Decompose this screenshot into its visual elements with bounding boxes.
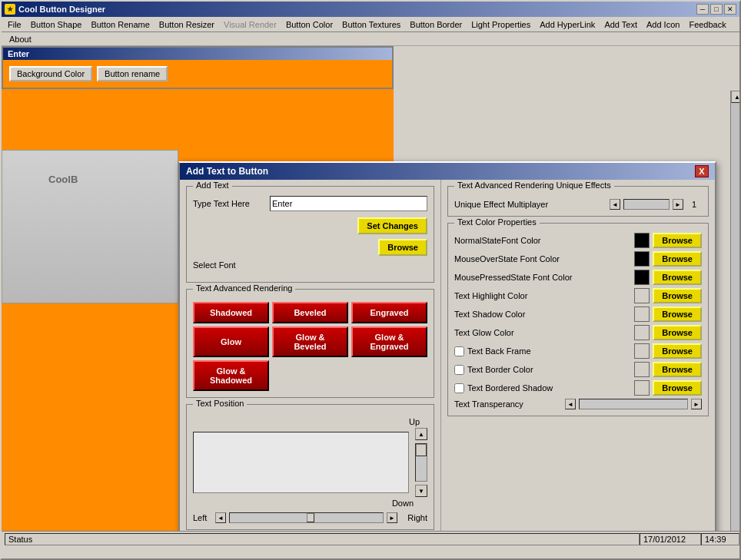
- status-main-section: Status: [5, 533, 640, 545]
- text-bordered-shadow-swatch: [634, 380, 650, 396]
- multiplier-value: 1: [686, 200, 702, 209]
- transparency-track: [579, 399, 688, 409]
- menu-visual-render[interactable]: Visual Render: [219, 18, 281, 31]
- left-label: Left: [193, 513, 212, 522]
- transparency-right-arrow[interactable]: ►: [691, 399, 702, 409]
- modal-title-text: Add Text to Button: [186, 166, 268, 177]
- unique-effects-group: Text Advanced Rendering Unique Effects U…: [447, 186, 709, 217]
- select-font-label: Select Font: [193, 260, 236, 270]
- color-properties-title: Text Color Properties: [454, 217, 540, 227]
- mousepressed-font-color-browse[interactable]: Browse: [653, 270, 702, 285]
- menu-feedback[interactable]: Feedback: [684, 18, 730, 31]
- slider-left-arrow[interactable]: ◄: [215, 512, 226, 523]
- menu-file[interactable]: File: [3, 18, 26, 31]
- modal-title-bar: Add Text to Button X: [180, 163, 715, 180]
- text-bordered-shadow-row: Text Bordered Shadow Browse: [454, 380, 702, 396]
- menu-bar: File Button Shape Button Rename Button R…: [2, 17, 739, 32]
- text-position-area: [193, 432, 409, 493]
- about-item[interactable]: About: [5, 33, 36, 45]
- render-glow-beveled-button[interactable]: Glow &Beveled: [272, 326, 348, 357]
- type-text-row: Type Text Here: [193, 196, 427, 211]
- text-border-color-label: Text Border Color: [467, 365, 631, 374]
- coolb-text: CoolB: [48, 174, 78, 185]
- text-back-frame-row: Text Back Frame Browse: [454, 343, 702, 359]
- menu-add-icon[interactable]: Add Icon: [642, 18, 684, 31]
- app-title: Cool Button Designer: [18, 5, 105, 14]
- up-label: Up: [409, 417, 420, 426]
- menu-button-shape[interactable]: Button Shape: [26, 18, 87, 31]
- mouseover-font-color-browse[interactable]: Browse: [653, 251, 702, 267]
- render-glow-button[interactable]: Glow: [193, 326, 269, 357]
- multiplier-track: [623, 199, 670, 210]
- status-date-section: 17/01/2012: [640, 533, 701, 545]
- menu-button-resizer[interactable]: Button Resizer: [155, 18, 219, 31]
- enter-panel-content: Background Color Button rename: [3, 60, 392, 88]
- text-glow-color-browse[interactable]: Browse: [653, 325, 702, 340]
- mousepressed-font-color-row: MousePressedState Font Color Browse: [454, 270, 702, 285]
- text-glow-color-row: Text Glow Color Browse: [454, 325, 702, 340]
- modal-close-button[interactable]: X: [695, 165, 709, 177]
- color-properties-group: Text Color Properties NormalStateFont Co…: [447, 223, 709, 416]
- set-changes-button[interactable]: Set Changes: [357, 217, 427, 234]
- scroll-down-button[interactable]: ▼: [415, 485, 427, 497]
- text-position-group: Text Position Up ▲ ▼: [186, 404, 434, 530]
- enter-panel: Enter Background Color Button rename: [2, 46, 394, 89]
- scrollbar-up-button[interactable]: ▲: [731, 91, 741, 103]
- normal-font-color-browse[interactable]: Browse: [653, 233, 702, 248]
- scrollbar-track: [731, 103, 741, 546]
- text-shadow-color-browse[interactable]: Browse: [653, 307, 702, 322]
- type-text-input[interactable]: [270, 196, 427, 211]
- text-back-frame-swatch: [634, 343, 650, 359]
- down-label: Down: [392, 499, 414, 508]
- render-engraved-button[interactable]: Engraved: [351, 302, 427, 323]
- text-highlight-color-browse[interactable]: Browse: [653, 288, 702, 303]
- menu-add-hyperlink[interactable]: Add HyperLink: [535, 18, 600, 31]
- menu-add-text[interactable]: Add Text: [600, 18, 642, 31]
- close-button[interactable]: ✕: [724, 4, 736, 15]
- menu-light-properties[interactable]: Light Properties: [467, 18, 535, 31]
- multiplier-row: Unique Effect Multiplayer ◄ ► 1: [454, 199, 702, 210]
- modal-right-panel: Text Advanced Rendering Unique Effects U…: [441, 180, 715, 536]
- menu-button-border[interactable]: Button Border: [405, 18, 467, 31]
- text-back-frame-browse[interactable]: Browse: [653, 343, 702, 359]
- set-changes-row: Set Changes: [193, 217, 427, 234]
- scroll-up-button[interactable]: ▲: [415, 428, 427, 440]
- text-back-frame-checkbox[interactable]: [454, 346, 464, 356]
- right-scrollbar: ▲ ▼: [730, 91, 741, 546]
- browse-font-button[interactable]: Browse: [378, 239, 427, 256]
- text-bordered-shadow-browse[interactable]: Browse: [653, 380, 702, 396]
- menu-button-rename[interactable]: Button Rename: [86, 18, 154, 31]
- text-shadow-color-swatch: [634, 307, 650, 322]
- render-beveled-button[interactable]: Beveled: [272, 302, 348, 323]
- background-color-button[interactable]: Background Color: [9, 66, 92, 81]
- maximize-button[interactable]: □: [710, 4, 723, 15]
- status-text: Status: [8, 535, 32, 544]
- modal-body: Add Text Type Text Here Set Changes Brow…: [180, 180, 715, 536]
- scroll-vertical-thumb[interactable]: [416, 444, 427, 456]
- up-label-row: Up: [193, 417, 427, 426]
- render-glow-engraved-button[interactable]: Glow &Engraved: [351, 326, 427, 357]
- render-shadowed-button[interactable]: Shadowed: [193, 302, 269, 323]
- menu-button-color[interactable]: Button Color: [281, 18, 337, 31]
- text-border-color-row: Text Border Color Browse: [454, 362, 702, 377]
- text-glow-color-swatch: [634, 325, 650, 340]
- menu-button-textures[interactable]: Button Textures: [337, 18, 405, 31]
- enter-panel-title: Enter: [3, 48, 392, 60]
- multiplier-right-arrow[interactable]: ►: [673, 199, 683, 210]
- minimize-button[interactable]: ─: [696, 4, 709, 15]
- text-border-color-checkbox[interactable]: [454, 365, 464, 375]
- title-bar: ★ Cool Button Designer ─ □ ✕: [2, 2, 739, 17]
- transparency-left-arrow[interactable]: ◄: [565, 399, 576, 409]
- text-border-color-swatch: [634, 362, 650, 377]
- horizontal-slider-thumb[interactable]: [307, 513, 314, 522]
- text-bordered-shadow-checkbox[interactable]: [454, 383, 464, 393]
- multiplier-left-arrow[interactable]: ◄: [610, 199, 620, 210]
- horizontal-slider-track: [229, 512, 384, 523]
- rendering-group-title: Text Advanced Rendering: [193, 283, 295, 293]
- text-border-color-browse[interactable]: Browse: [653, 362, 702, 377]
- main-area: Enter Background Color Button rename not…: [2, 46, 741, 546]
- slider-right-arrow[interactable]: ►: [387, 512, 397, 523]
- text-rendering-group: Text Advanced Rendering Shadowed Beveled…: [186, 289, 434, 398]
- button-rename-button[interactable]: Button rename: [97, 66, 168, 81]
- render-glow-shadowed-button[interactable]: Glow &Shadowed: [193, 360, 269, 391]
